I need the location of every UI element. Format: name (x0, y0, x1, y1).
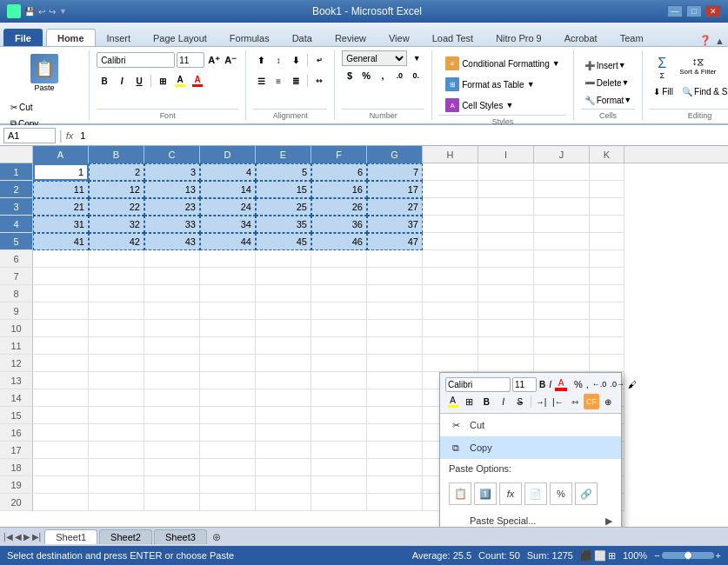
mini-borders[interactable]: ⊞ (462, 394, 477, 409)
mini-bold2[interactable]: B (479, 394, 494, 409)
cell-e2[interactable]: 15 (256, 181, 311, 198)
cell-styles-button[interactable]: A Cell Styles ▼ (439, 96, 519, 115)
mini-font-input[interactable] (445, 377, 511, 392)
cell-f7[interactable] (311, 268, 367, 285)
cell-e9[interactable] (256, 302, 311, 320)
cell-c9[interactable] (144, 302, 200, 320)
cell-d12[interactable] (200, 355, 256, 372)
fill-button[interactable]: ⬇ Fill (650, 83, 677, 99)
cell-b1[interactable]: 2 (89, 163, 144, 181)
cell-b10[interactable] (89, 320, 144, 337)
sheet-nav-prev[interactable]: ◀ (15, 532, 22, 542)
zoom-slider[interactable] (662, 552, 714, 559)
cell-h6[interactable] (423, 250, 478, 268)
cell-f20[interactable] (311, 494, 367, 511)
cell-i7[interactable] (478, 268, 534, 285)
formula-input[interactable] (77, 130, 725, 142)
sheet-tab-sheet3[interactable]: Sheet3 (154, 529, 207, 544)
row-num-6[interactable]: 6 (0, 250, 33, 268)
conditional-formatting-button[interactable]: ≡ Conditional Formatting ▼ (439, 54, 566, 73)
row-num-8[interactable]: 8 (0, 285, 33, 302)
cell-a20[interactable] (33, 494, 89, 511)
cell-i4[interactable] (478, 216, 534, 233)
row-num-14[interactable]: 14 (0, 389, 33, 407)
cell-f19[interactable] (311, 476, 367, 494)
qa-save[interactable]: 💾 (24, 7, 35, 17)
cell-g14[interactable] (367, 389, 423, 407)
cell-c7[interactable] (144, 268, 200, 285)
cell-d11[interactable] (200, 337, 256, 355)
row-num-19[interactable]: 19 (0, 476, 33, 494)
cell-g8[interactable] (367, 285, 423, 302)
font-name-input[interactable] (97, 52, 175, 68)
cell-f1[interactable]: 6 (311, 163, 367, 181)
decrease-decimal[interactable]: 0. (408, 68, 424, 83)
cell-b8[interactable] (89, 285, 144, 302)
cell-a17[interactable] (33, 442, 89, 459)
font-size-input[interactable] (177, 52, 204, 68)
cell-j5[interactable] (534, 233, 590, 250)
cell-d18[interactable] (200, 459, 256, 476)
cell-b5[interactable]: 42 (89, 233, 144, 250)
cell-a13[interactable] (33, 372, 89, 389)
cell-b6[interactable] (89, 250, 144, 268)
zoom-out-button[interactable]: − (654, 550, 659, 561)
tab-file[interactable]: File (3, 29, 43, 46)
tab-home[interactable]: Home (46, 29, 96, 46)
cell-g20[interactable] (367, 494, 423, 511)
paste-option-2[interactable]: 1️⃣ (474, 482, 497, 505)
sheet-nav-next[interactable]: ▶ (23, 532, 30, 542)
cell-e10[interactable] (256, 320, 311, 337)
cell-f8[interactable] (311, 285, 367, 302)
tab-acrobat[interactable]: Acrobat (553, 29, 609, 46)
cell-d3[interactable]: 24 (200, 198, 256, 216)
tab-team[interactable]: Team (609, 29, 655, 46)
cell-j6[interactable] (534, 250, 590, 268)
cell-b3[interactable]: 22 (89, 198, 144, 216)
cell-h9[interactable] (423, 302, 478, 320)
delete-cells-button[interactable]: ➖ Delete ▼ (581, 75, 633, 90)
row-num-7[interactable]: 7 (0, 268, 33, 285)
cell-h12[interactable] (423, 355, 478, 372)
number-format-select[interactable]: General Number Currency (342, 50, 407, 66)
cell-e15[interactable] (256, 407, 311, 424)
format-table-button[interactable]: ⊞ Format as Table ▼ (439, 75, 540, 94)
mini-increase-decimal[interactable]: .0→ (609, 376, 625, 392)
cell-i12[interactable] (478, 355, 534, 372)
cell-e12[interactable] (256, 355, 311, 372)
context-menu-copy[interactable]: ⧉ Copy (440, 436, 621, 459)
percent-format[interactable]: % (358, 68, 374, 83)
mini-comma-button[interactable]: , (585, 376, 590, 392)
border-button[interactable]: ⊞ (155, 73, 170, 89)
cell-h1[interactable] (423, 163, 478, 181)
cell-g2[interactable]: 17 (367, 181, 423, 198)
cell-e17[interactable] (256, 442, 311, 459)
cell-d9[interactable] (200, 302, 256, 320)
col-header-g[interactable]: G (367, 146, 423, 163)
cell-g9[interactable] (367, 302, 423, 320)
mini-percent-button[interactable]: % (573, 376, 584, 392)
cell-f11[interactable] (311, 337, 367, 355)
cell-c15[interactable] (144, 407, 200, 424)
col-header-d[interactable]: D (200, 146, 256, 163)
tab-page-layout[interactable]: Page Layout (142, 29, 218, 46)
cell-a11[interactable] (33, 337, 89, 355)
cell-f12[interactable] (311, 355, 367, 372)
col-header-h[interactable]: H (423, 146, 478, 163)
sheet-tab-sheet1[interactable]: Sheet1 (44, 529, 97, 544)
row-num-17[interactable]: 17 (0, 442, 33, 459)
cell-g15[interactable] (367, 407, 423, 424)
cell-c8[interactable] (144, 285, 200, 302)
cell-b11[interactable] (89, 337, 144, 355)
cell-c18[interactable] (144, 459, 200, 476)
cell-c17[interactable] (144, 442, 200, 459)
cell-k2[interactable] (590, 181, 624, 198)
align-right-button[interactable]: ≣ (288, 73, 304, 89)
mini-strikethrough[interactable]: S (512, 394, 527, 409)
cell-f14[interactable] (311, 389, 367, 407)
cell-b17[interactable] (89, 442, 144, 459)
cell-g18[interactable] (367, 459, 423, 476)
cell-f17[interactable] (311, 442, 367, 459)
sort-filter-button[interactable]: ↕⧖ Sort & Filter (676, 54, 719, 82)
cell-g13[interactable] (367, 372, 423, 389)
